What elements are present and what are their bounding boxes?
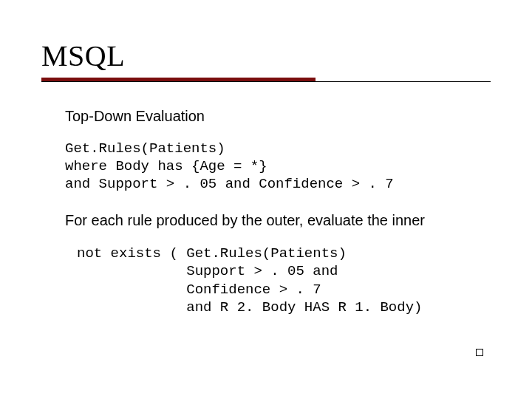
code-line: and Support > . 05 and Confidence > . 7 <box>65 176 394 192</box>
title-rule <box>41 78 491 82</box>
explain-text: For each rule produced by the outer, eva… <box>65 211 485 231</box>
code-block-outer: Get.Rules(Patients) where Body has {Age … <box>65 140 485 194</box>
page-title: MSQL <box>41 38 491 73</box>
code-block-inner: not exists ( Get.Rules(Patients) Support… <box>65 245 485 316</box>
code-line: not exists ( Get.Rules(Patients) <box>77 245 347 262</box>
code-line: Get.Rules(Patients) <box>65 140 225 157</box>
slide-body: Top-Down Evaluation Get.Rules(Patients) … <box>41 107 491 316</box>
code-line: Support > . 05 and <box>77 263 338 279</box>
code-line: Confidence > . 7 <box>77 282 321 298</box>
slide: MSQL Top-Down Evaluation Get.Rules(Patie… <box>0 0 532 399</box>
code-line: where Body has {Age = *} <box>65 158 267 174</box>
section-subtitle: Top-Down Evaluation <box>65 107 485 126</box>
code-line: and R 2. Body HAS R 1. Body) <box>77 299 422 316</box>
title-rule-line <box>41 81 491 82</box>
bullet-square-icon <box>476 349 483 356</box>
